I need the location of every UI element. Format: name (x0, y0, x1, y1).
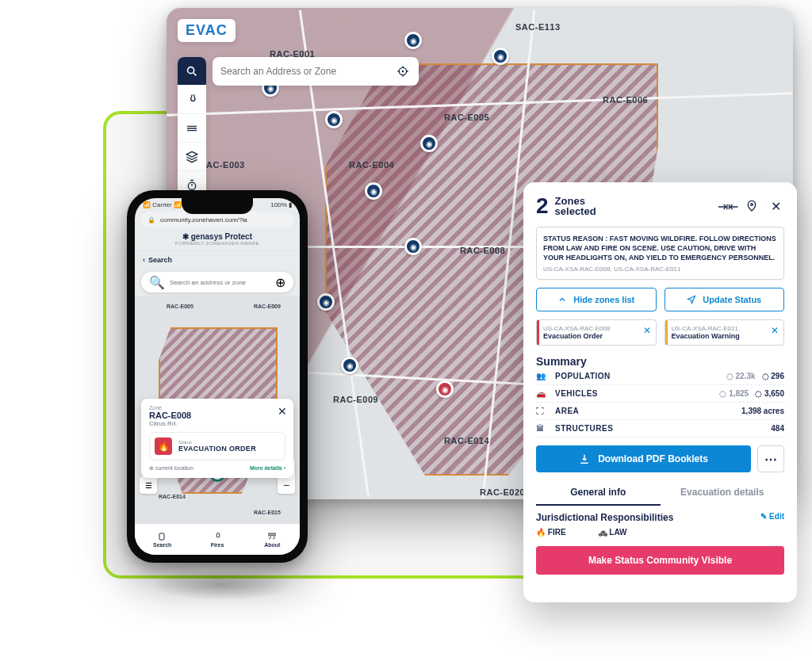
svg-rect-5 (159, 533, 164, 540)
more-details-link[interactable]: More details › (250, 465, 285, 472)
poi-marker[interactable]: ◉ (365, 182, 382, 200)
zones-panel: 2 Zones selected ⇥⇤ ✕ STATUS REASON : FA… (523, 182, 797, 602)
current-location-link[interactable]: ⊕ current location (149, 465, 193, 472)
svg-rect-7 (273, 533, 275, 536)
status-reason-box: STATUS REASON : FAST MOVING WILDFIRE. FO… (536, 227, 784, 280)
svg-rect-6 (269, 533, 271, 536)
layers-tool[interactable] (178, 114, 206, 143)
poi-marker[interactable]: ◉ (420, 135, 438, 152)
url-text: community.zonehaven.com/?la (160, 216, 247, 224)
update-status-button[interactable]: Update Status (665, 288, 785, 311)
phone-device: 📶 Carrier 📶 100% ▮ 🔒 community.zonehaven… (127, 190, 308, 563)
phone-search-input[interactable] (170, 279, 270, 286)
lock-icon: 🔒 (147, 216, 155, 224)
app-logo: EVAC (178, 19, 236, 42)
zone-count: 2 (536, 193, 549, 219)
carrier-label: 📶 Carrier 📶 (143, 201, 182, 208)
nav-about[interactable]: About (245, 524, 300, 555)
svg-point-3 (402, 71, 403, 71)
list-toggle[interactable]: ☰ (140, 476, 157, 494)
chip-remove-icon[interactable]: ✕ (771, 325, 779, 336)
zone-label: RAC-E009 (254, 304, 281, 309)
nav-fires[interactable]: Fires (190, 524, 244, 555)
summary-row-population: 👥 POPULATION ◌ 22.3k ◌ 296 (536, 368, 784, 385)
close-icon[interactable]: ✕ (767, 197, 784, 215)
status-reason-codes: US-CA-XSA-RAC-E008, US-CA-XSA-RAC-E011 (543, 266, 777, 273)
poi-marker[interactable]: ◉ (492, 48, 509, 65)
svg-point-4 (751, 204, 753, 206)
law-icon: 🚓 (598, 528, 607, 537)
phone-bottom-nav: Search Fires About (135, 523, 300, 555)
phone-url-bar[interactable]: 🔒 community.zonehaven.com/?la (141, 212, 293, 227)
poi-marker[interactable]: ◉ (341, 357, 358, 374)
summary-heading: Summary (536, 355, 784, 368)
search-icon: 🔍 (149, 275, 165, 290)
zone-card[interactable]: Zone RAC-E008 Citrus Rd. ✕ 🔥 Status EVAC… (141, 399, 293, 478)
stack-tool[interactable] (178, 143, 206, 171)
download-pdf-button[interactable]: Download PDF Booklets (536, 445, 751, 472)
poi-marker[interactable]: ◉ (325, 111, 343, 128)
card-zone-label: Zone (149, 405, 285, 411)
zone-label: RAC-E014 (444, 436, 489, 445)
card-zone-street: Citrus Rd. (149, 420, 285, 427)
zone-label: RAC-E005 (167, 304, 193, 309)
summary-row-area: ⛶ AREA 1,398 acres (536, 403, 784, 420)
poi-marker[interactable]: ◉ (404, 32, 422, 49)
phone-shadow (151, 569, 293, 601)
building-icon: 🏛 (536, 424, 550, 433)
svg-point-0 (188, 67, 194, 73)
poi-marker[interactable]: ◉ (404, 238, 422, 255)
card-status-box: 🔥 Status EVACUATION ORDER (149, 432, 285, 460)
chip-remove-icon[interactable]: ✕ (643, 325, 651, 336)
zone-label: RAC-E006 (603, 95, 648, 105)
summary-row-vehicles: 🚗 VEHICLES ◌ 1,825 ◌ 3,650 (536, 385, 784, 403)
zone-chip-e008[interactable]: US-CA-XSA-RAC-E008Evacuation Order ✕ (536, 319, 657, 346)
people-icon: 👥 (536, 372, 550, 380)
search-tool[interactable] (178, 57, 206, 86)
zoom-out[interactable]: − (278, 476, 295, 494)
fire-icon: 🔥 (155, 437, 172, 455)
tab-evacuation-details[interactable]: Evacuation details (661, 480, 785, 506)
fire-tool[interactable] (178, 86, 206, 114)
zone-label: RAC-E015 (254, 510, 281, 515)
phone-map[interactable]: RAC-E005 RAC-E009 RAC-E014 RAC-E015 ☰ +−… (135, 296, 300, 525)
poi-marker[interactable]: ◉ (317, 293, 335, 311)
card-zone-name: RAC-E008 (149, 411, 285, 420)
phone-search-bar[interactable]: 🔍 ⊕ (141, 272, 293, 292)
zone-label: RAC-E004 (349, 160, 394, 170)
zone-label: RAC-E009 (333, 395, 378, 404)
phone-screen: 📶 Carrier 📶 100% ▮ 🔒 community.zonehaven… (135, 198, 300, 555)
zone-label: SAC-E113 (515, 22, 561, 32)
summary-row-structures: 🏛 STRUCTURES 484 (536, 420, 784, 437)
phone-brand: ✱ genasys Protect FORMERLY ZONEHAVEN AWA… (135, 229, 300, 250)
car-icon: 🚗 (536, 389, 550, 398)
selected-word: selected (555, 206, 596, 216)
jurisdictional-row: 🔥 FIRE 🚓 LAW (536, 528, 784, 537)
hide-zones-button[interactable]: Hide zones list (536, 288, 657, 311)
locate-icon[interactable] (395, 63, 411, 79)
nav-search[interactable]: Search (135, 524, 190, 555)
zone-label: RAC-E005 (444, 113, 489, 122)
phone-notch (182, 198, 253, 214)
card-close-icon[interactable]: ✕ (278, 405, 287, 418)
battery-label: 100% ▮ (270, 201, 292, 208)
area-icon: ⛶ (536, 407, 550, 415)
zone-label: RAC-E014 (159, 494, 186, 499)
more-button[interactable]: ⋯ (757, 445, 784, 472)
collapse-icon[interactable]: ⇥⇤ (719, 197, 737, 215)
back-button[interactable]: ‹ Search (135, 251, 300, 269)
status-reason-text: STATUS REASON : FAST MOVING WILDFIRE. FO… (543, 234, 777, 262)
zone-chip-e011[interactable]: US-CA-XSA-RAC-E011Evacuation Warning ✕ (665, 319, 785, 346)
edit-link[interactable]: ✎ Edit (760, 512, 784, 521)
jurisdictional-heading: Jurisdictional Responsibilities ✎ Edit (536, 512, 784, 523)
zone-label: AC-E003 (206, 160, 245, 170)
pin-icon[interactable] (743, 197, 760, 215)
search-input[interactable] (220, 66, 389, 77)
locate-icon[interactable]: ⊕ (275, 275, 285, 290)
poi-alert-marker[interactable]: ◉ (436, 380, 454, 398)
zone-label: RAC-E008 (460, 246, 505, 255)
search-bar[interactable] (213, 57, 419, 86)
tab-general-info[interactable]: General info (536, 480, 661, 506)
make-visible-button[interactable]: Make Status Community Visible (536, 546, 784, 575)
fire-icon: 🔥 (536, 528, 546, 537)
